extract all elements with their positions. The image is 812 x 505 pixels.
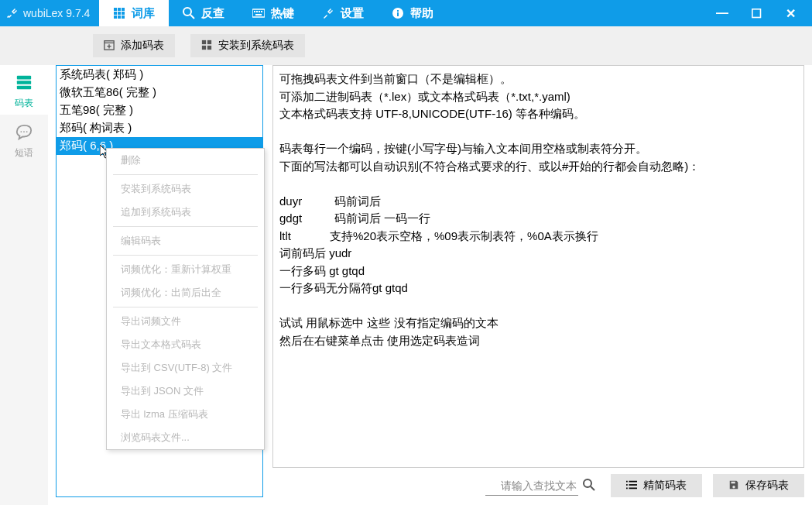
tab-settings[interactable]: 设置 [308, 0, 378, 26]
menu-edit-table[interactable]: 编辑码表 [107, 229, 264, 252]
titlebar: wubiLex 9.7.4 词库 反查 热键 设置 帮助 — ☐ ✕ [0, 0, 812, 26]
menu-install-system[interactable]: 安装到系统码表 [107, 177, 264, 201]
tab-reverse-lookup[interactable]: 反查 [169, 0, 238, 26]
context-menu: 删除 安装到系统码表 追加到系统码表 编辑码表 词频优化：重新计算权重 词频优化… [106, 148, 265, 450]
tab-label: 反查 [201, 6, 224, 21]
button-label: 保存码表 [745, 479, 789, 493]
tab-label: 设置 [341, 6, 364, 21]
compact-button[interactable]: 精简码表 [611, 474, 702, 497]
info-icon [392, 7, 404, 19]
sidebar-item-label: 短语 [15, 146, 33, 160]
grid-icon [113, 7, 125, 19]
app-title: wubiLex 9.7.4 [23, 7, 99, 19]
menu-export-json[interactable]: 导出到 JSON 文件 [107, 380, 264, 403]
svg-line-35 [591, 486, 594, 490]
tab-label: 帮助 [410, 6, 433, 21]
menu-export-lzma[interactable]: 导出 lzma 压缩码表 [107, 403, 264, 426]
svg-point-34 [584, 479, 591, 487]
tab-help[interactable]: 帮助 [378, 0, 447, 26]
svg-rect-8 [122, 15, 125, 19]
bottom-bar: 精简码表 保存码表 [272, 474, 804, 497]
tab-hotkey[interactable]: 热键 [238, 0, 308, 26]
svg-rect-18 [397, 12, 399, 16]
svg-rect-41 [629, 487, 638, 489]
calendar-plus-icon [104, 40, 115, 53]
svg-rect-1 [118, 8, 121, 11]
toolbar: 添加码表 安装到系统码表 [0, 26, 812, 65]
svg-rect-37 [629, 480, 638, 482]
svg-rect-24 [202, 40, 206, 43]
maximize-button[interactable]: ☐ [739, 0, 773, 26]
svg-rect-39 [629, 484, 638, 486]
menu-export-text[interactable]: 导出文本格式码表 [107, 333, 264, 356]
svg-rect-12 [254, 11, 255, 12]
tab-dictionary[interactable]: 词库 [99, 0, 169, 26]
svg-rect-11 [252, 9, 265, 17]
sidebar-item-label: 码表 [15, 97, 33, 110]
menu-separator [113, 255, 258, 256]
tables-icon [15, 74, 33, 94]
install-system-button[interactable]: 安装到系统码表 [190, 34, 305, 57]
svg-point-32 [23, 131, 25, 132]
save-button[interactable]: 保存码表 [713, 474, 804, 497]
save-icon [728, 479, 739, 493]
svg-point-9 [183, 8, 191, 15]
svg-rect-0 [114, 8, 117, 11]
svg-rect-15 [261, 11, 262, 12]
tree-item[interactable]: 微软五笔86( 完整 ) [57, 84, 262, 101]
keyboard-icon [252, 7, 265, 19]
windows-icon [201, 40, 212, 53]
svg-rect-30 [17, 86, 31, 90]
sidebar-item-tables[interactable]: 码表 [0, 65, 48, 115]
tree-item[interactable]: 郑码( 构词表 ) [57, 119, 262, 137]
wrench-icon [322, 7, 334, 19]
left-sidebar: 码表 短语 [0, 65, 48, 505]
sidebar-item-phrases[interactable]: 短语 [0, 115, 48, 164]
svg-rect-26 [202, 45, 206, 49]
menu-separator [113, 307, 258, 307]
svg-rect-13 [256, 11, 258, 12]
svg-rect-36 [626, 480, 628, 482]
search-input[interactable] [485, 476, 578, 496]
tab-label: 词库 [132, 6, 155, 21]
info-text[interactable]: 可拖拽码表文件到当前窗口（不是编辑框）。 可添加二进制码表（*.lex）或文本格… [272, 65, 804, 468]
tab-label: 热键 [271, 6, 294, 21]
app-icon [6, 7, 19, 19]
svg-rect-38 [626, 484, 628, 486]
button-label: 精简码表 [643, 479, 687, 493]
list-icon [626, 479, 637, 493]
menu-separator [113, 174, 258, 175]
menu-simplify[interactable]: 词频优化：出简后出全 [107, 281, 264, 304]
svg-rect-6 [114, 15, 117, 19]
svg-rect-4 [118, 12, 121, 15]
menu-append-system[interactable]: 追加到系统码表 [107, 201, 264, 224]
menu-export-csv[interactable]: 导出到 CSV(UTF-8) 文件 [107, 356, 264, 380]
button-label: 安装到系统码表 [218, 39, 294, 53]
svg-rect-3 [114, 12, 117, 15]
svg-rect-7 [118, 15, 121, 19]
svg-rect-29 [17, 81, 31, 84]
table-list: 系统码表( 郑码 ) 微软五笔86( 完整 ) 五笔98( 完整 ) 郑码( 构… [56, 65, 263, 497]
menu-separator [113, 226, 258, 227]
svg-rect-25 [207, 40, 211, 43]
svg-rect-28 [17, 76, 31, 80]
svg-line-10 [190, 15, 194, 19]
svg-rect-5 [122, 12, 125, 15]
close-button[interactable]: ✕ [773, 0, 807, 26]
svg-point-31 [20, 131, 22, 132]
search-icon[interactable] [578, 476, 600, 496]
tree-item[interactable]: 系统码表( 郑码 ) [57, 66, 262, 84]
speech-icon [15, 124, 33, 143]
main-tabs: 词库 反查 热键 设置 帮助 [99, 0, 447, 26]
minimize-button[interactable]: — [705, 0, 739, 26]
menu-browse-files[interactable]: 浏览码表文件... [107, 426, 264, 449]
svg-rect-19 [397, 10, 399, 12]
tree-item[interactable]: 五笔98( 完整 ) [57, 101, 262, 119]
svg-rect-2 [122, 8, 125, 11]
menu-recalc-weight[interactable]: 词频优化：重新计算权重 [107, 258, 264, 281]
add-table-button[interactable]: 添加码表 [93, 34, 175, 57]
svg-rect-16 [255, 14, 262, 15]
menu-delete[interactable]: 删除 [107, 149, 264, 172]
button-label: 添加码表 [121, 39, 164, 53]
menu-export-freq[interactable]: 导出词频文件 [107, 310, 264, 333]
